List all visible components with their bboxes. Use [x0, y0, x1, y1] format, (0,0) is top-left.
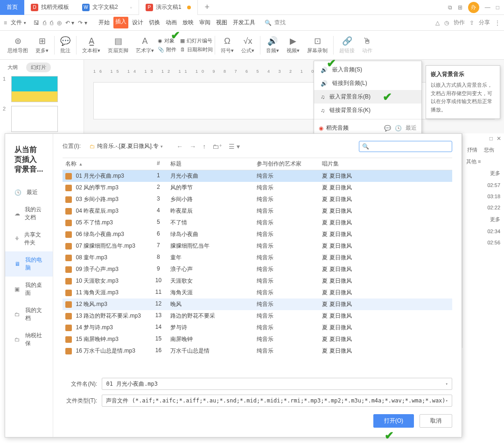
table-row[interactable]: 13 路边的野花不要采.mp313路边的野花不要采纯音乐夏 夏日微风: [63, 310, 452, 322]
table-row[interactable]: 05 不了情.mp35不了情纯音乐夏 夏日微风: [63, 217, 452, 229]
more-icon[interactable]: ⋮: [495, 20, 500, 26]
restore-icon[interactable]: □: [490, 135, 493, 142]
dd-link-bg-music[interactable]: ♫链接背景音乐(K): [314, 104, 421, 117]
ribbon-hyperlink[interactable]: 🔗超链接: [336, 34, 358, 56]
slide-thumb-1[interactable]: 1: [3, 76, 81, 102]
minimize-icon[interactable]: —: [485, 4, 490, 11]
up-icon[interactable]: ↑: [203, 143, 206, 150]
redo-icon[interactable]: ↷ ▾: [78, 20, 87, 26]
preview-icon[interactable]: ◎: [57, 20, 62, 26]
close-icon[interactable]: ✕: [497, 135, 501, 142]
ribbon-attach[interactable]: 📎附件: [158, 46, 176, 53]
collab-icon[interactable]: ◷: [444, 20, 449, 26]
table-row[interactable]: 15 南屏晚钟.mp315南屏晚钟纯音乐夏 夏日微风: [63, 333, 452, 345]
search-box[interactable]: 🔍查找: [265, 19, 286, 27]
table-row[interactable]: 16 万水千山总是情.mp316万水千山总是情纯音乐夏 夏日微风: [63, 345, 452, 357]
col-album[interactable]: 唱片集: [319, 158, 385, 170]
maximize-icon[interactable]: □: [496, 4, 499, 11]
nav-computer[interactable]: 🖥我的电脑: [5, 251, 53, 277]
cloud-icon[interactable]: △: [435, 20, 440, 26]
menu-toggle-icon[interactable]: ≡: [4, 20, 7, 26]
ribbon-more[interactable]: ⊞更多▾: [32, 34, 52, 56]
comment-icon[interactable]: 💬: [384, 125, 391, 132]
nav-recent[interactable]: 🕓最近: [5, 184, 53, 201]
menu-design[interactable]: 设计: [130, 17, 145, 28]
dd-link-audio[interactable]: 🔊链接到音频(L): [314, 76, 421, 90]
menu-insert[interactable]: 插入: [113, 17, 128, 28]
ribbon-textbox[interactable]: A̲文本框▾: [78, 34, 104, 56]
tab-home[interactable]: 首页: [0, 0, 24, 15]
menu-slideshow[interactable]: 放映: [181, 17, 196, 28]
path-dropdown[interactable]: 🗀纯音乐.-.[夏.夏日微风].专 ▾: [85, 140, 167, 152]
menu-animation[interactable]: 动画: [164, 17, 179, 28]
nav-cloud[interactable]: ☁我的云文档: [5, 201, 53, 226]
app-grid-icon[interactable]: ⊞: [458, 4, 462, 11]
dialog-search[interactable]: 🔍: [359, 141, 452, 152]
tab-presentation1[interactable]: P演示文稿1: [139, 0, 198, 15]
ribbon-comment[interactable]: 💬批注: [56, 34, 74, 56]
window-tile-icon[interactable]: ⧉: [448, 4, 452, 11]
view-icon[interactable]: ☰ ▾: [229, 143, 240, 150]
ribbon-screenrec[interactable]: ⊡屏幕录制: [303, 34, 331, 56]
ribbon-datetime[interactable]: 🗓日期和时间: [180, 46, 213, 53]
menu-devtools[interactable]: 开发工具: [231, 17, 257, 28]
side-other[interactable]: 其他 ≡: [462, 156, 504, 167]
menu-review[interactable]: 审阅: [197, 17, 212, 28]
undo-icon[interactable]: ↶ ▾: [65, 20, 74, 26]
ribbon-header[interactable]: ▤页眉页脚: [104, 34, 132, 56]
tab-doc2[interactable]: W文字文稿2▫: [76, 0, 139, 15]
collab-label[interactable]: 协作: [454, 19, 465, 27]
share-label[interactable]: 分享: [479, 19, 490, 27]
table-row[interactable]: 07 朦朦细雨忆当年.mp37朦朦细雨忆当年纯音乐夏 夏日微风: [63, 240, 452, 252]
tab-templates[interactable]: D找稻壳模板: [24, 0, 76, 15]
ribbon-video[interactable]: ▶视频▾: [283, 34, 303, 56]
dd-recent[interactable]: 最近: [406, 124, 417, 132]
menu-transition[interactable]: 切换: [147, 17, 162, 28]
table-row[interactable]: 14 梦与诗.mp314梦与诗纯音乐夏 夏日微风: [63, 322, 452, 333]
print-icon-1[interactable]: ⎙: [43, 20, 46, 26]
forward-icon[interactable]: →: [189, 143, 196, 150]
nav-tax[interactable]: 🗀纳税社保: [5, 327, 53, 352]
table-row[interactable]: 04 昨夜星辰.mp34昨夜星辰纯音乐夏 夏日微风: [63, 205, 452, 217]
back-icon[interactable]: ←: [176, 143, 183, 150]
side-tab-2[interactable]: 悲伤: [482, 146, 496, 154]
table-row[interactable]: 10 天涯歌女.mp310天涯歌女纯音乐夏 夏日微风: [63, 275, 452, 287]
add-tab-button[interactable]: +: [202, 2, 213, 13]
ribbon-slidenum[interactable]: ▦幻灯片编号: [180, 37, 213, 44]
nav-desktop[interactable]: ▣我的桌面: [5, 277, 53, 302]
file-menu[interactable]: 文件▾: [8, 19, 29, 27]
nav-docs[interactable]: 🗀我的文档: [5, 302, 53, 327]
table-row[interactable]: 11 海角天涯.mp311海角天涯纯音乐夏 夏日微风: [63, 287, 452, 298]
ribbon-formula[interactable]: √x公式▾: [238, 35, 258, 56]
col-name[interactable]: 名称 ▲: [63, 158, 149, 170]
table-row[interactable]: 09 浪子心声.mp39浪子心声纯音乐夏 夏日微风: [63, 264, 452, 275]
share-icon[interactable]: ⇪: [469, 20, 474, 26]
ribbon-mindmap[interactable]: ⊚思维导图: [4, 34, 32, 56]
table-row[interactable]: 06 绿岛小夜曲.mp36绿岛小夜曲纯音乐夏 夏日微风: [63, 229, 452, 240]
side-tab-1[interactable]: 抒情: [465, 146, 479, 154]
side-more-1[interactable]: 更多: [462, 167, 504, 180]
table-row[interactable]: 01 月光小夜曲.mp31月光小夜曲纯音乐夏 夏日微风: [63, 170, 452, 182]
newfolder-icon[interactable]: 🗀⁺: [212, 143, 222, 150]
col-artist[interactable]: 参与创作的艺术家: [254, 158, 319, 170]
table-row[interactable]: 08 童年.mp38童年纯音乐夏 夏日微风: [63, 252, 452, 264]
table-row[interactable]: 02 风的季节.mp32风的季节纯音乐夏 夏日微风: [63, 182, 452, 194]
col-title[interactable]: 标题: [168, 158, 254, 170]
table-row[interactable]: 03 乡间小路.mp33乡间小路纯音乐夏 夏日微风: [63, 194, 452, 205]
filetype-select[interactable]: 声音文件 (*.aif;*.aifc;*.aiff;*.au;*.snd;*.m…: [102, 395, 452, 407]
open-button[interactable]: 打开(O): [373, 414, 414, 428]
cancel-button[interactable]: 取消: [420, 414, 452, 428]
filename-input[interactable]: 01 月光小夜曲.mp3▾: [102, 378, 452, 390]
ribbon-audio[interactable]: 🔊音频▾: [262, 34, 283, 56]
nav-shared[interactable]: ⚘共享文件夹: [5, 226, 53, 251]
col-num[interactable]: #: [149, 158, 168, 170]
ribbon-art[interactable]: A艺术字▾: [132, 35, 158, 56]
ribbon-symbol[interactable]: Ω符号▾: [217, 35, 238, 56]
dd-insert-bg-music[interactable]: ♫嵌入背景音乐(B): [314, 90, 421, 104]
slide-thumb-2[interactable]: 2: [3, 106, 81, 132]
panel-tab-slides[interactable]: 幻灯片: [26, 62, 51, 72]
dd-daoke-audio[interactable]: ◉稻壳音频: [319, 124, 349, 132]
user-avatar[interactable]: 办: [468, 2, 479, 13]
menu-view[interactable]: 视图: [214, 17, 229, 28]
save-icon[interactable]: 🖫: [34, 20, 39, 26]
